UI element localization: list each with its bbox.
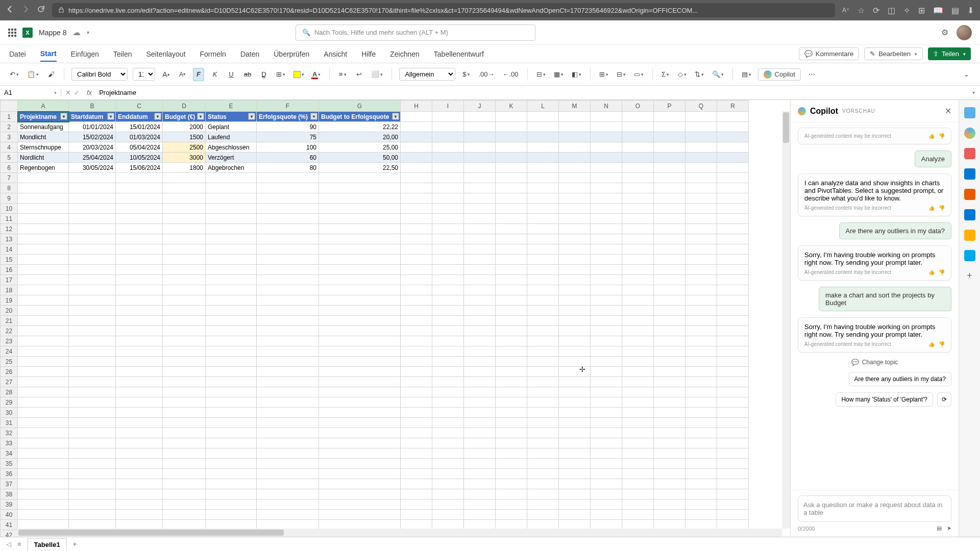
cell[interactable] (319, 418, 401, 428)
cell[interactable] (432, 204, 464, 214)
refresh-suggestions-button[interactable]: ⟳ (937, 392, 951, 407)
cell[interactable] (496, 377, 527, 387)
cell[interactable] (527, 285, 559, 295)
cell[interactable] (18, 357, 69, 367)
cell[interactable] (401, 255, 432, 265)
cell[interactable]: 3000 (163, 153, 206, 163)
thumbs-up-icon[interactable]: 👍 (928, 133, 935, 139)
cell[interactable] (496, 510, 527, 520)
cell[interactable] (654, 275, 685, 285)
cell[interactable] (622, 224, 654, 234)
col-header-F[interactable]: F (257, 101, 319, 112)
cell[interactable] (717, 183, 749, 193)
forward-icon[interactable] (21, 5, 30, 15)
cell[interactable] (18, 489, 69, 499)
cell[interactable] (496, 112, 527, 122)
expand-formula-icon[interactable]: ▾ (967, 90, 980, 95)
cell[interactable] (69, 306, 116, 316)
cell[interactable] (496, 122, 527, 132)
row-header-28[interactable]: 28 (1, 387, 18, 397)
cell[interactable] (654, 112, 685, 122)
cell[interactable] (496, 163, 527, 173)
cell[interactable] (685, 499, 717, 510)
cell[interactable] (622, 142, 654, 153)
cell[interactable] (464, 510, 496, 520)
cell[interactable] (559, 142, 591, 153)
cell[interactable] (591, 499, 622, 510)
cell[interactable] (527, 306, 559, 316)
cell[interactable] (559, 336, 591, 346)
bold-button[interactable]: F (193, 68, 204, 81)
cell[interactable] (559, 285, 591, 295)
cell[interactable]: 20/03/2024 (69, 142, 116, 153)
row-header-19[interactable]: 19 (1, 295, 18, 306)
cell[interactable] (559, 255, 591, 265)
cell[interactable]: 15/01/2024 (116, 122, 163, 132)
cell[interactable] (257, 367, 319, 377)
collections-icon[interactable]: ✧ (903, 6, 910, 15)
cell[interactable] (69, 408, 116, 418)
cell[interactable] (654, 306, 685, 316)
cell[interactable] (319, 244, 401, 255)
cell[interactable] (591, 469, 622, 479)
cell[interactable] (116, 234, 163, 244)
cell[interactable] (206, 336, 257, 346)
cell[interactable] (432, 244, 464, 255)
row-header-36[interactable]: 36 (1, 469, 18, 479)
cell[interactable] (685, 397, 717, 408)
cell[interactable] (559, 153, 591, 163)
copilot-button[interactable]: Copilot (758, 68, 801, 81)
cell[interactable] (319, 214, 401, 224)
cell[interactable]: 15/06/2024 (116, 163, 163, 173)
cell[interactable] (622, 397, 654, 408)
cell[interactable] (591, 193, 622, 204)
cell[interactable] (401, 387, 432, 397)
cell[interactable] (432, 142, 464, 153)
cell[interactable] (401, 285, 432, 295)
cell[interactable] (163, 489, 206, 499)
cell[interactable] (319, 224, 401, 234)
font-color-button[interactable]: A▾ (311, 68, 322, 81)
cell[interactable] (654, 326, 685, 336)
cell[interactable] (319, 234, 401, 244)
cell[interactable] (717, 499, 749, 510)
row-header-39[interactable]: 39 (1, 499, 18, 510)
row-header-13[interactable]: 13 (1, 234, 18, 244)
cell[interactable] (401, 438, 432, 448)
col-header-M[interactable]: M (559, 101, 591, 112)
row-header-22[interactable]: 22 (1, 326, 18, 336)
cell[interactable] (163, 255, 206, 265)
cell[interactable] (654, 163, 685, 173)
cell[interactable] (591, 173, 622, 183)
cell[interactable] (116, 244, 163, 255)
cell[interactable] (257, 204, 319, 214)
name-box[interactable]: A1▾ (0, 89, 61, 96)
cell[interactable] (401, 397, 432, 408)
italic-button[interactable]: K (209, 68, 220, 81)
cell[interactable] (527, 122, 559, 132)
cell[interactable] (464, 357, 496, 367)
filter-icon[interactable]: ▾ (197, 113, 204, 120)
cell[interactable] (591, 336, 622, 346)
cell[interactable] (464, 448, 496, 459)
cell[interactable] (717, 346, 749, 357)
cell[interactable] (432, 357, 464, 367)
cell[interactable] (69, 469, 116, 479)
cell[interactable] (401, 204, 432, 214)
row-header-4[interactable]: 4 (1, 142, 18, 153)
close-icon[interactable]: ✕ (945, 106, 951, 116)
cell[interactable] (163, 244, 206, 255)
cell[interactable] (69, 377, 116, 387)
cell[interactable] (464, 204, 496, 214)
cell[interactable] (591, 255, 622, 265)
cell[interactable] (717, 489, 749, 499)
cell[interactable] (69, 326, 116, 336)
cell[interactable] (622, 234, 654, 244)
filter-icon[interactable]: ▾ (248, 113, 255, 120)
cell[interactable] (464, 112, 496, 122)
cell[interactable] (622, 448, 654, 459)
change-topic-button[interactable]: 💬Change topic (851, 359, 898, 366)
cell[interactable]: 25,00 (319, 142, 401, 153)
cell[interactable] (559, 112, 591, 122)
cell[interactable] (717, 153, 749, 163)
